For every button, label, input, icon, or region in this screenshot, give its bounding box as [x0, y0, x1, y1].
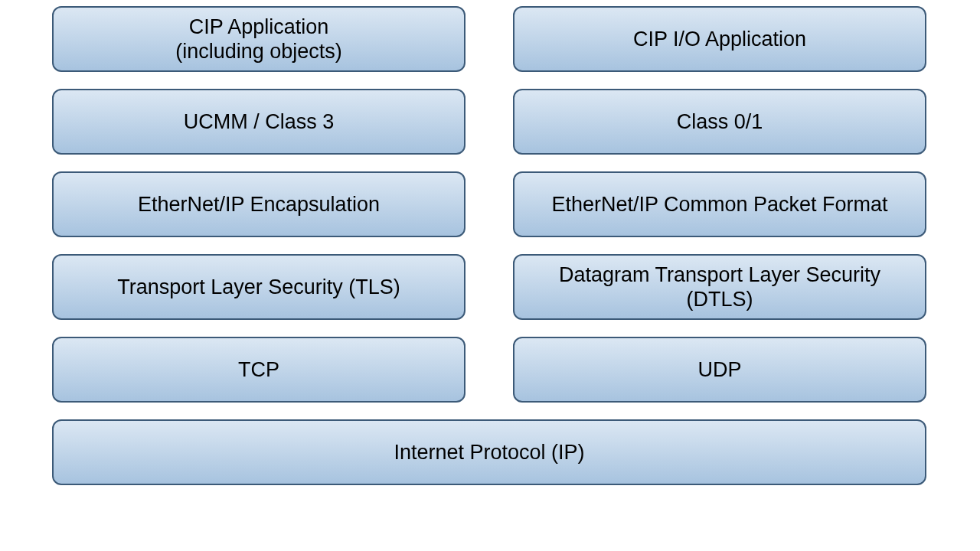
label-udp: UDP: [697, 357, 741, 382]
box-ucmm-class3: UCMM / Class 3: [52, 89, 466, 155]
label-cip-application-line2: (including objects): [175, 40, 342, 63]
label-ethernetip-encapsulation: EtherNet/IP Encapsulation: [138, 192, 380, 217]
box-cip-io-application: CIP I/O Application: [513, 6, 926, 72]
label-internet-protocol: Internet Protocol (IP): [394, 440, 584, 465]
label-dtls: Datagram Transport Layer Security (DTLS): [559, 262, 880, 312]
label-cip-application-line1: CIP Application: [189, 15, 329, 38]
label-ethernetip-common-packet-format: EtherNet/IP Common Packet Format: [551, 192, 887, 217]
label-tls: Transport Layer Security (TLS): [117, 275, 400, 299]
label-dtls-line2: (DTLS): [687, 288, 753, 311]
box-internet-protocol: Internet Protocol (IP): [52, 419, 926, 485]
label-ucmm-class3: UCMM / Class 3: [184, 109, 335, 134]
protocol-stack-diagram: CIP Application (including objects) CIP …: [0, 0, 980, 551]
label-cip-application: CIP Application (including objects): [175, 15, 342, 64]
box-udp: UDP: [513, 337, 926, 403]
box-class-0-1: Class 0/1: [513, 89, 926, 155]
label-cip-io-application: CIP I/O Application: [633, 27, 806, 51]
box-ethernetip-encapsulation: EtherNet/IP Encapsulation: [52, 171, 466, 237]
box-tcp: TCP: [52, 337, 466, 403]
box-ethernetip-common-packet-format: EtherNet/IP Common Packet Format: [513, 171, 926, 237]
box-tls: Transport Layer Security (TLS): [52, 254, 466, 320]
label-tcp: TCP: [238, 357, 279, 382]
box-cip-application: CIP Application (including objects): [52, 6, 466, 72]
label-dtls-line1: Datagram Transport Layer Security: [559, 263, 880, 286]
box-dtls: Datagram Transport Layer Security (DTLS): [513, 254, 926, 320]
label-class-0-1: Class 0/1: [677, 109, 763, 134]
